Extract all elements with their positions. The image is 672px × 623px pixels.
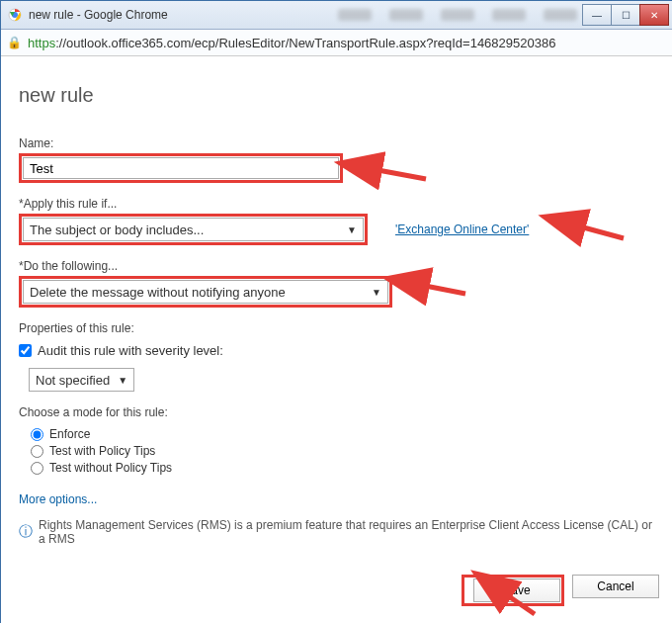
name-label: Name:	[19, 136, 655, 150]
more-options-link[interactable]: More options...	[19, 492, 655, 506]
chrome-favicon	[7, 7, 23, 23]
mode-notips[interactable]: Test without Policy Tips	[31, 461, 655, 475]
save-button[interactable]: Save	[473, 578, 560, 602]
maximize-button[interactable]: ☐	[611, 4, 640, 26]
mode-notips-label: Test without Policy Tips	[49, 461, 172, 475]
mode-enforce[interactable]: Enforce	[31, 427, 655, 441]
mode-notips-radio[interactable]	[31, 462, 43, 475]
mode-enforce-radio[interactable]	[31, 428, 43, 441]
do-action-value: Delete the message without notifying any…	[30, 285, 286, 300]
info-icon: ⓘ	[19, 523, 33, 541]
severity-select[interactable]: Not specified ▼	[29, 368, 134, 392]
info-text: Rights Management Services (RMS) is a pr…	[39, 518, 655, 546]
caret-icon: ▼	[347, 224, 357, 235]
do-action-select[interactable]: Delete the message without notifying any…	[23, 280, 388, 304]
url-scheme: https	[28, 36, 55, 50]
address-bar[interactable]: 🔒 https://outlook.office365.com/ecp/Rule…	[1, 30, 672, 56]
mode-label: Choose a mode for this rule:	[19, 405, 655, 419]
apply-condition-select[interactable]: The subject or body includes... ▼	[23, 218, 364, 241]
caret-icon: ▼	[118, 375, 127, 386]
mode-tips[interactable]: Test with Policy Tips	[31, 444, 655, 458]
lock-icon: 🔒	[7, 36, 22, 49]
do-following-label: Do the following...	[19, 259, 655, 273]
severity-value: Not specified	[36, 373, 110, 388]
cancel-button[interactable]: Cancel	[572, 575, 659, 598]
page-heading: new rule	[19, 84, 655, 107]
condition-match-value[interactable]: 'Exchange Online Center'	[395, 222, 529, 236]
audit-label: Audit this rule with severity level:	[38, 343, 223, 358]
caret-icon: ▼	[372, 287, 381, 298]
titlebar: new rule - Google Chrome ― ☐ ✕	[1, 1, 672, 30]
mode-tips-radio[interactable]	[31, 445, 43, 458]
window-title: new rule - Google Chrome	[29, 8, 338, 22]
apply-if-label: Apply this rule if...	[19, 197, 655, 211]
apply-condition-value: The subject or body includes...	[30, 222, 204, 237]
blurred-background	[338, 9, 577, 21]
mode-enforce-label: Enforce	[49, 427, 90, 441]
rule-name-input[interactable]	[23, 157, 339, 179]
minimize-button[interactable]: ―	[582, 4, 612, 26]
close-button[interactable]: ✕	[639, 4, 669, 26]
url-rest: ://outlook.office365.com/ecp/RulesEditor…	[55, 36, 555, 50]
mode-tips-label: Test with Policy Tips	[49, 444, 155, 458]
properties-label: Properties of this rule:	[19, 321, 655, 335]
audit-checkbox[interactable]	[19, 344, 32, 357]
